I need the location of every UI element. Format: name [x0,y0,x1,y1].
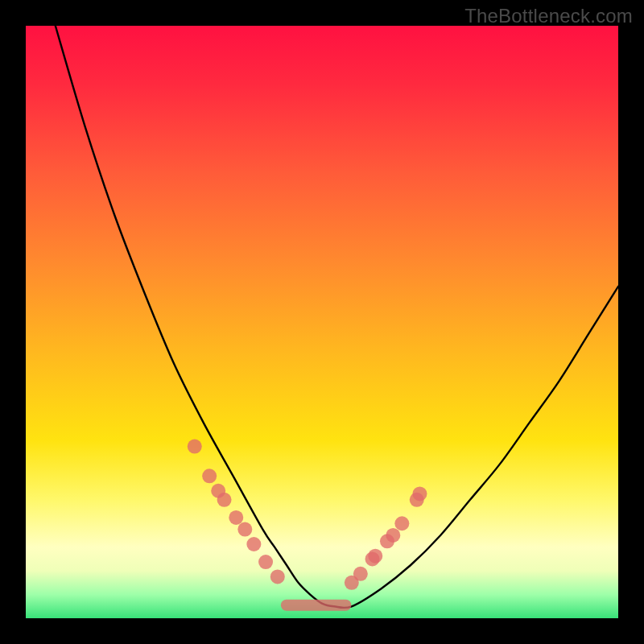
highlight-dots-group [188,440,427,590]
highlight-dot [368,549,382,564]
chart-svg [26,26,618,618]
highlight-dot [237,522,252,537]
plot-area [26,26,618,618]
highlight-dot [202,469,217,483]
highlight-dot [217,493,232,507]
highlight-dot [229,510,243,525]
highlight-dot [246,537,261,551]
chart-frame: TheBottleneck.com [0,0,644,644]
bottleneck-curve [56,26,618,608]
highlight-dot [353,567,368,581]
highlight-dot [394,516,409,530]
watermark-text: TheBottleneck.com [464,5,633,27]
highlight-dot [386,528,400,543]
highlight-dot [412,486,427,501]
highlight-dot [188,440,202,454]
highlight-dot [258,555,273,569]
highlight-dot [270,569,285,584]
